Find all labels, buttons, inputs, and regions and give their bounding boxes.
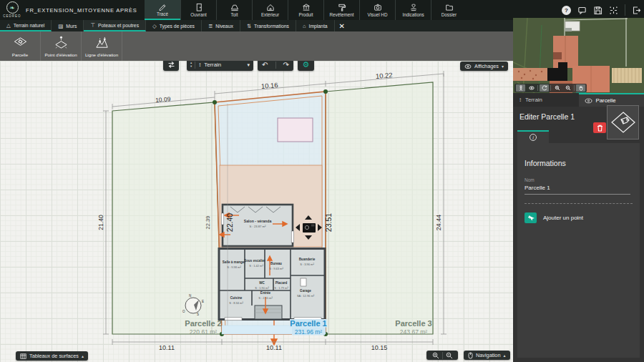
- level-stepper[interactable]: ▴▾: [190, 62, 192, 68]
- zoom-out-icon[interactable]: [446, 352, 453, 359]
- menu-item-ouvrant[interactable]: Ouvrant: [180, 0, 216, 20]
- room-name-salle-a-manger: Salle à manger: [223, 260, 246, 264]
- cedreo-logo[interactable]: ❧ CEDREO: [3, 1, 21, 19]
- room-area: S : 9.63 m²: [269, 267, 283, 270]
- save-button[interactable]: [593, 6, 602, 15]
- zoom-in-icon[interactable]: [432, 352, 439, 359]
- tab-label: Terrain: [525, 97, 542, 103]
- chevron-down-icon: ▾: [502, 64, 504, 69]
- column-icon: ⊤: [90, 22, 95, 29]
- center-icon: [609, 6, 618, 15]
- menu-item-revetement[interactable]: Revêtement: [323, 0, 359, 20]
- divider: [525, 203, 633, 204]
- menu-label: Indications: [402, 12, 424, 17]
- tool-label: Parcelle: [12, 52, 28, 57]
- zoom-in-button[interactable]: [552, 84, 562, 92]
- table-icon: [20, 353, 26, 359]
- menu-item-toit[interactable]: Toit: [216, 0, 252, 20]
- navigation-dropdown[interactable]: Navigation ▴: [464, 351, 510, 360]
- walkthrough-button[interactable]: [516, 84, 525, 92]
- tab-transformations[interactable]: ⇅ Transformations: [240, 20, 296, 31]
- transform-icon: ⇅: [247, 23, 251, 29]
- logo-leaf-icon: ❧: [6, 1, 19, 14]
- parcel-1-area: 231.96 m²: [295, 328, 322, 336]
- tab-label: Transformations: [254, 24, 289, 29]
- plan-canvas[interactable]: N E S O 10.09 10.16 10.22 21.40: [0, 61, 513, 362]
- surfaces-label: Tableaux de surfaces: [29, 353, 79, 359]
- menu-item-visuel-hd[interactable]: Visuel HD: [359, 0, 395, 20]
- tool-ligne-elevation[interactable]: Ligne d'élévation: [82, 31, 122, 61]
- tab-label: Niveaux: [215, 24, 233, 29]
- elevation-point-icon: [54, 36, 69, 51]
- tab-murs[interactable]: ▨ Murs: [52, 20, 84, 31]
- menu-label: Dossier: [441, 12, 457, 17]
- close-icon: ✕: [339, 22, 345, 30]
- zoom-out-icon: [565, 85, 571, 91]
- pan-button[interactable]: [576, 84, 585, 92]
- affichages-dropdown[interactable]: Affichages ▾: [460, 62, 508, 71]
- parcel-thumbnail[interactable]: [607, 105, 639, 140]
- floor-plan-drawing: N E S O 10.09 10.16 10.22 21.40: [0, 61, 513, 362]
- tab-terrain-naturel[interactable]: △ Terrain naturel: [0, 20, 52, 31]
- feedback-button[interactable]: [577, 6, 587, 15]
- sync-icon: [167, 61, 175, 69]
- close-subtabs-button[interactable]: ✕: [335, 20, 349, 31]
- exit-button[interactable]: [632, 6, 641, 15]
- person-icon: [518, 85, 524, 91]
- surface-tables-button[interactable]: Tableaux de surfaces ▴: [16, 351, 88, 361]
- informations-tab[interactable]: i: [517, 132, 549, 143]
- menu-item-exterieur[interactable]: Extérieur: [252, 0, 288, 20]
- sidebar-tab-terrain[interactable]: ↕ Terrain: [513, 93, 579, 107]
- tool-point-elevation[interactable]: Point d'élévation: [41, 31, 82, 61]
- menu-item-dossier[interactable]: Dossier: [431, 0, 467, 20]
- parcel-name-input[interactable]: Parcelle 1: [525, 185, 630, 195]
- center-view-button[interactable]: [609, 6, 618, 15]
- tab-niveaux[interactable]: ≣ Niveaux: [202, 20, 240, 31]
- info-icon: i: [530, 134, 537, 141]
- camera-icon: [374, 3, 382, 11]
- tool-label: Point d'élévation: [44, 52, 77, 57]
- parcel-1-label-selected[interactable]: Parcelle 1: [290, 319, 326, 328]
- delete-parcel-button[interactable]: [593, 122, 606, 133]
- menu-item-produit[interactable]: Produit: [288, 0, 323, 20]
- parcel-3-label[interactable]: Parcelle 3: [395, 319, 431, 328]
- affichages-label: Affichages: [474, 63, 499, 69]
- menu-label: Produit: [299, 12, 313, 17]
- cedreo-app: ❧ CEDREO FR_EXTENSION_MITOYENNE APRÈS Tr…: [0, 0, 644, 362]
- zoom-out-button[interactable]: [563, 84, 572, 92]
- menu-item-trace[interactable]: Tracé: [145, 0, 180, 20]
- add-point-button[interactable]: Ajouter un point: [525, 212, 633, 223]
- help-button[interactable]: ?: [562, 6, 571, 15]
- undo-button[interactable]: ↶: [258, 61, 272, 69]
- orbit-button[interactable]: [540, 84, 549, 92]
- informations-heading: Informations: [525, 159, 633, 167]
- room-area: S : 1.90 m²: [255, 286, 269, 290]
- name-field-label: Nom: [525, 177, 633, 182]
- tab-types-de-pieces[interactable]: ◇ Types de pièces: [146, 20, 202, 31]
- fixture: [301, 278, 306, 286]
- room-name-garage: Garage: [300, 289, 311, 293]
- tab-implantation[interactable]: ⌂ Implanta: [296, 20, 335, 31]
- tab-poteaux-et-poutres[interactable]: ⊤ Poteaux et poutres: [84, 20, 146, 31]
- roof-icon: [230, 3, 239, 11]
- view-button[interactable]: [527, 84, 536, 92]
- menu-item-indications[interactable]: Indications: [395, 0, 431, 20]
- parcel-3-shape[interactable]: [326, 82, 433, 334]
- tab-label: Poteaux et poutres: [98, 23, 139, 28]
- hand-icon: [578, 85, 584, 91]
- dim-right: 24.44: [435, 215, 442, 231]
- project-title: FR_EXTENSION_MITOYENNE APRÈS: [26, 7, 137, 14]
- preview-mini-toolbar: [514, 84, 587, 92]
- elevation-icon: ↕: [198, 62, 201, 68]
- room-name-cuisine: Cuisine: [230, 296, 243, 300]
- window: [221, 213, 224, 225]
- annex-shape[interactable]: [278, 118, 313, 142]
- chat-icon: [577, 6, 587, 15]
- save-icon: [593, 6, 602, 15]
- 3d-preview[interactable]: [513, 18, 644, 93]
- tool-parcelle[interactable]: Parcelle: [0, 31, 41, 61]
- gear-icon: ⚙: [303, 60, 310, 69]
- parcel-2-label[interactable]: Parcelle 2: [185, 319, 221, 328]
- implant-icon: ⌂: [303, 23, 306, 29]
- redo-button[interactable]: ↷: [279, 61, 293, 69]
